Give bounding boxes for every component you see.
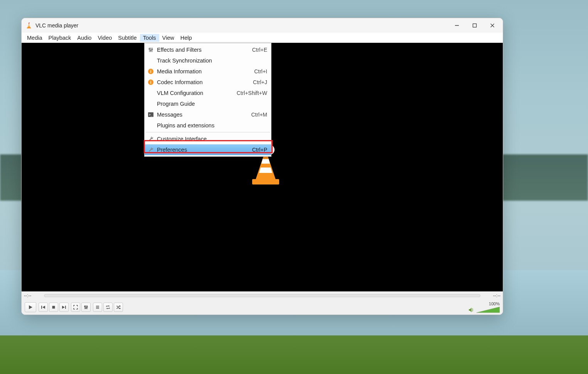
info-icon: i — [147, 80, 155, 85]
svg-rect-3 — [28, 26, 30, 27]
menuitem-label: VLM Configuration — [155, 90, 237, 96]
view-group — [71, 303, 91, 312]
svg-rect-1 — [27, 27, 31, 28]
menuitem-customize-interface[interactable]: Customize Interface... — [145, 134, 271, 144]
svg-rect-30 — [65, 306, 66, 309]
svg-point-15 — [152, 49, 153, 50]
volume-slider[interactable] — [477, 306, 500, 313]
menuitem-codec-information[interactable]: iCodec InformationCtrl+J — [145, 77, 271, 88]
next-button[interactable] — [59, 303, 69, 312]
svg-point-5 — [29, 23, 30, 24]
menu-tools[interactable]: Tools — [140, 34, 159, 42]
menuitem-track-synchronization[interactable]: Track Synchronization — [145, 55, 271, 66]
menuitem-label: Effects and Filters — [155, 47, 252, 53]
volume-percent: 100% — [489, 301, 500, 306]
svg-marker-23 — [259, 168, 272, 173]
menuitem-label: Media Information — [155, 68, 254, 74]
menuitem-label: Preferences — [155, 147, 252, 153]
svg-point-35 — [86, 308, 86, 308]
svg-rect-7 — [473, 24, 477, 27]
menu-video[interactable]: Video — [94, 34, 115, 42]
sliders-icon — [147, 47, 155, 52]
svg-text:>_: >_ — [149, 113, 153, 117]
window-controls — [448, 19, 501, 32]
menu-audio[interactable]: Audio — [74, 34, 94, 42]
svg-point-34 — [84, 306, 85, 307]
seek-slider[interactable] — [44, 294, 480, 297]
menuitem-media-information[interactable]: iMedia InformationCtrl+I — [145, 66, 271, 77]
status-row: --:-- --:-- — [22, 291, 503, 300]
shuffle-button[interactable] — [114, 303, 123, 312]
menuitem-program-guide[interactable]: Program Guide — [145, 98, 271, 109]
terminal-icon: >_ — [147, 112, 155, 117]
wallpaper-grass — [0, 335, 588, 374]
speaker-icon — [468, 307, 474, 313]
svg-rect-28 — [52, 306, 55, 309]
controls-row: 100% — [22, 300, 503, 315]
minimize-button[interactable] — [448, 19, 466, 32]
menubar: MediaPlaybackAudioVideoSubtitleToolsView… — [22, 33, 503, 43]
menuitem-shortcut: Ctrl+J — [253, 79, 267, 85]
titlebar: VLC media player — [22, 18, 503, 33]
menuitem-shortcut: Ctrl+P — [252, 147, 267, 153]
vlc-window: VLC media player MediaPlaybackAudioVideo… — [21, 18, 503, 315]
menu-subtitle[interactable]: Subtitle — [115, 34, 140, 42]
svg-marker-25 — [29, 305, 32, 309]
menuitem-label: Customize Interface... — [155, 136, 267, 142]
menuitem-shortcut: Ctrl+Shift+W — [237, 90, 267, 96]
wrench-icon — [147, 147, 155, 152]
menuitem-vlm-configuration[interactable]: VLM ConfigurationCtrl+Shift+W — [145, 88, 271, 98]
playlist-group — [93, 303, 123, 312]
menu-media[interactable]: Media — [24, 34, 45, 42]
transport-group — [39, 303, 69, 312]
extended-settings-button[interactable] — [81, 303, 91, 312]
fullscreen-button[interactable] — [71, 303, 80, 312]
menu-help[interactable]: Help — [177, 34, 195, 42]
window-title: VLC media player — [35, 22, 78, 29]
time-elapsed[interactable]: --:-- — [24, 293, 41, 298]
time-remaining[interactable]: --:-- — [484, 293, 500, 298]
menuitem-effects-and-filters[interactable]: Effects and FiltersCtrl+E — [145, 44, 271, 55]
svg-marker-40 — [469, 308, 472, 312]
svg-rect-2 — [28, 25, 30, 25]
svg-point-14 — [150, 50, 152, 51]
menuitem-shortcut: Ctrl+E — [252, 47, 267, 53]
stop-button[interactable] — [49, 303, 58, 312]
close-button[interactable] — [484, 19, 501, 32]
menuitem-label: Codec Information — [155, 79, 253, 85]
svg-marker-22 — [261, 159, 270, 164]
maximize-button[interactable] — [466, 19, 484, 32]
menuitem-messages[interactable]: >_MessagesCtrl+M — [145, 109, 271, 120]
menu-view[interactable]: View — [159, 34, 177, 42]
menu-playback[interactable]: Playback — [45, 34, 74, 42]
info-icon: i — [147, 69, 155, 74]
svg-marker-29 — [62, 306, 65, 309]
loop-button[interactable] — [103, 303, 113, 312]
tools-dropdown: Effects and FiltersCtrl+ETrack Synchroni… — [144, 43, 271, 157]
menuitem-label: Program Guide — [155, 101, 267, 107]
menuitem-plugins-and-extensions[interactable]: Plugins and extensions — [145, 120, 271, 131]
menu-separator — [145, 132, 270, 132]
menuitem-shortcut: Ctrl+I — [254, 68, 267, 74]
svg-rect-26 — [41, 306, 42, 309]
play-button[interactable] — [25, 302, 36, 312]
wrench-icon — [147, 136, 155, 142]
menuitem-preferences[interactable]: PreferencesCtrl+P — [145, 144, 271, 155]
menuitem-label: Plugins and extensions — [155, 122, 267, 129]
svg-point-13 — [149, 48, 150, 49]
svg-point-36 — [87, 306, 88, 307]
vlc-cone-icon — [25, 22, 32, 29]
previous-button[interactable] — [39, 303, 48, 312]
menuitem-label: Track Synchronization — [155, 58, 267, 64]
svg-marker-27 — [42, 306, 45, 309]
volume-control[interactable]: 100% — [468, 301, 500, 313]
svg-rect-21 — [252, 179, 279, 184]
playlist-button[interactable] — [93, 303, 102, 312]
menuitem-shortcut: Ctrl+M — [251, 112, 267, 118]
menuitem-label: Messages — [155, 112, 251, 118]
svg-marker-41 — [477, 307, 500, 313]
